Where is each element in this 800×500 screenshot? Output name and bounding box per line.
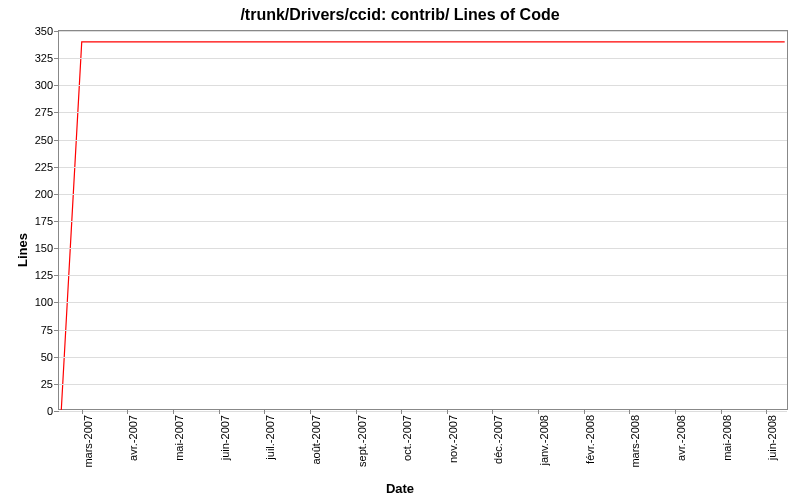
x-tick-label: janv.-2008 xyxy=(538,415,550,466)
x-tick-label: févr.-2008 xyxy=(584,415,596,464)
x-tick-mark xyxy=(538,409,539,414)
gridline-h xyxy=(59,330,787,331)
x-tick-mark xyxy=(264,409,265,414)
y-tick-label: 0 xyxy=(47,405,53,417)
x-tick-mark xyxy=(401,409,402,414)
gridline-h xyxy=(59,167,787,168)
x-tick-mark xyxy=(766,409,767,414)
x-tick-mark xyxy=(675,409,676,414)
x-tick-mark xyxy=(492,409,493,414)
y-axis-label: Lines xyxy=(15,233,30,267)
x-tick-mark xyxy=(310,409,311,414)
gridline-h xyxy=(59,85,787,86)
y-tick-mark xyxy=(54,302,59,303)
y-tick-label: 75 xyxy=(41,324,53,336)
x-tick-label: nov.-2007 xyxy=(447,415,459,463)
y-tick-mark xyxy=(54,357,59,358)
gridline-h xyxy=(59,194,787,195)
x-tick-label: juin-2008 xyxy=(766,415,778,460)
gridline-h xyxy=(59,384,787,385)
y-tick-label: 225 xyxy=(35,161,53,173)
x-tick-label: mai-2008 xyxy=(721,415,733,461)
gridline-h xyxy=(59,31,787,32)
y-tick-label: 50 xyxy=(41,351,53,363)
y-tick-mark xyxy=(54,58,59,59)
x-tick-label: sept.-2007 xyxy=(356,415,368,467)
x-tick-label: juin-2007 xyxy=(219,415,231,460)
gridline-h xyxy=(59,112,787,113)
x-tick-mark xyxy=(447,409,448,414)
y-tick-mark xyxy=(54,112,59,113)
x-tick-label: avr.-2008 xyxy=(675,415,687,461)
series-line xyxy=(61,42,784,410)
y-tick-label: 275 xyxy=(35,106,53,118)
y-tick-mark xyxy=(54,330,59,331)
x-tick-label: juil.-2007 xyxy=(264,415,276,460)
y-tick-label: 125 xyxy=(35,269,53,281)
y-tick-label: 25 xyxy=(41,378,53,390)
gridline-h xyxy=(59,302,787,303)
x-tick-label: avr.-2007 xyxy=(127,415,139,461)
y-tick-label: 175 xyxy=(35,215,53,227)
y-tick-label: 100 xyxy=(35,296,53,308)
y-tick-mark xyxy=(54,85,59,86)
y-tick-label: 150 xyxy=(35,242,53,254)
chart-title: /trunk/Drivers/ccid: contrib/ Lines of C… xyxy=(0,6,800,24)
y-tick-label: 200 xyxy=(35,188,53,200)
x-tick-mark xyxy=(82,409,83,414)
x-tick-label: déc.-2007 xyxy=(492,415,504,464)
y-tick-mark xyxy=(54,140,59,141)
x-tick-mark xyxy=(127,409,128,414)
x-tick-mark xyxy=(173,409,174,414)
y-tick-label: 250 xyxy=(35,134,53,146)
x-tick-label: mars-2007 xyxy=(82,415,94,468)
y-tick-mark xyxy=(54,248,59,249)
y-tick-label: 300 xyxy=(35,79,53,91)
x-tick-mark xyxy=(219,409,220,414)
x-tick-mark xyxy=(721,409,722,414)
y-tick-mark xyxy=(54,31,59,32)
x-tick-label: oct.-2007 xyxy=(401,415,413,461)
gridline-h xyxy=(59,411,787,412)
x-tick-label: mai-2007 xyxy=(173,415,185,461)
y-tick-label: 350 xyxy=(35,25,53,37)
y-tick-mark xyxy=(54,275,59,276)
x-tick-mark xyxy=(356,409,357,414)
gridline-h xyxy=(59,140,787,141)
x-tick-label: août-2007 xyxy=(310,415,322,465)
gridline-h xyxy=(59,357,787,358)
y-tick-mark xyxy=(54,194,59,195)
gridline-h xyxy=(59,221,787,222)
y-tick-mark xyxy=(54,411,59,412)
x-tick-label: mars-2008 xyxy=(629,415,641,468)
x-tick-mark xyxy=(629,409,630,414)
x-axis-label: Date xyxy=(0,481,800,496)
y-tick-mark xyxy=(54,167,59,168)
y-tick-label: 325 xyxy=(35,52,53,64)
y-tick-mark xyxy=(54,384,59,385)
gridline-h xyxy=(59,275,787,276)
x-tick-mark xyxy=(584,409,585,414)
gridline-h xyxy=(59,248,787,249)
plot-area: 0255075100125150175200225250275300325350… xyxy=(58,30,788,410)
gridline-h xyxy=(59,58,787,59)
y-tick-mark xyxy=(54,221,59,222)
